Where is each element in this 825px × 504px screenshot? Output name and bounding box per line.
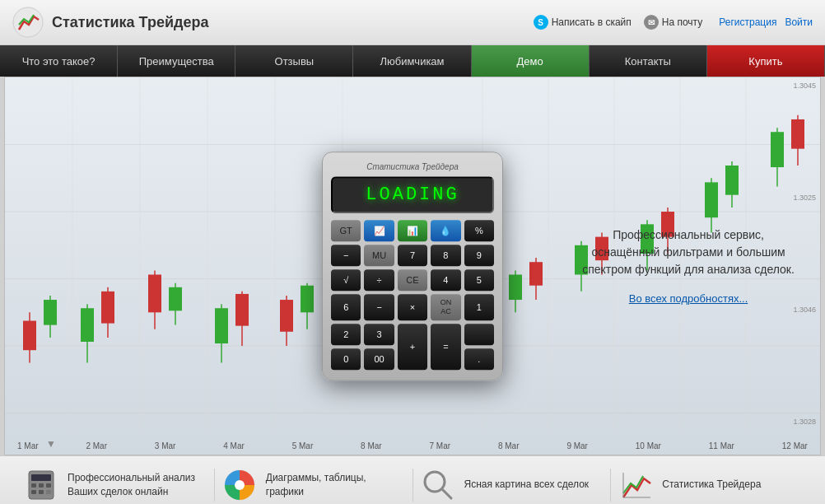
header: Статистика Трейдера S Написать в скайп ✉… xyxy=(0,0,825,45)
y-label-3: 1.3046 xyxy=(793,306,816,314)
date-6: 8 Mar xyxy=(361,441,382,450)
nav-item-favorites[interactable]: Любимчикам xyxy=(353,45,471,77)
calc-btn-multiply[interactable]: × xyxy=(398,294,427,320)
calc-btn-9[interactable]: 9 xyxy=(464,245,494,266)
reg-links: Регистрация Войти xyxy=(719,16,813,28)
register-link[interactable]: Регистрация xyxy=(719,16,776,28)
footer-text-charts: Диаграммы, таблицы, графики xyxy=(266,471,404,499)
mail-link[interactable]: ✉ На почту xyxy=(644,15,702,30)
footer-item-deals: Ясная картина всех сделок xyxy=(413,469,612,502)
footer-text-analysis: Профессиональный анализ Ваших сделок онл… xyxy=(68,471,206,499)
calc-btn-5[interactable]: 5 xyxy=(464,269,494,291)
calc-btn-1[interactable]: 1 xyxy=(464,294,494,320)
calc-btn-4[interactable]: 4 xyxy=(431,269,460,291)
nav-item-advantages[interactable]: Преимущества xyxy=(118,45,235,77)
calc-btn-7[interactable]: 7 xyxy=(398,245,427,266)
nav-item-buy[interactable]: Купить xyxy=(707,45,825,77)
footer-text-stats: Статистика Трейдера xyxy=(662,478,761,492)
calc-btn-equals[interactable]: = xyxy=(431,324,460,370)
calc-btn-chart3[interactable]: 💧 xyxy=(431,220,460,241)
calc-btn-2[interactable]: 2 xyxy=(331,324,361,345)
calc-btn-chart1[interactable]: 📈 xyxy=(364,220,394,241)
nav-item-demo[interactable]: Демо xyxy=(472,45,590,77)
footer: Профессиональный анализ Ваших сделок онл… xyxy=(0,455,825,504)
calc-btn-00[interactable]: 0 xyxy=(331,348,361,370)
svg-rect-63 xyxy=(46,490,51,494)
svg-rect-35 xyxy=(301,286,314,313)
svg-rect-25 xyxy=(148,274,161,312)
svg-rect-31 xyxy=(235,294,249,326)
svg-rect-53 xyxy=(771,132,784,167)
date-3: 3 Mar xyxy=(155,441,176,450)
calc-btn-3[interactable]: 3 xyxy=(364,324,394,345)
skype-link[interactable]: S Написать в скайп xyxy=(534,15,632,30)
date-1: 1 Mar xyxy=(17,441,39,450)
nav-item-reviews[interactable]: Отзывы xyxy=(235,45,353,77)
y-label-2: 1.3025 xyxy=(793,194,816,202)
svg-rect-58 xyxy=(31,483,36,488)
mail-icon: ✉ xyxy=(644,15,659,30)
logo-area: Статистика Трейдера xyxy=(12,7,208,38)
footer-item-analysis: Профессиональный анализ Ваших сделок онл… xyxy=(16,469,215,502)
calc-btn-on-ac[interactable]: ONAC xyxy=(431,294,460,320)
calc-btn-dot[interactable]: . xyxy=(464,348,494,370)
date-4: 4 Mar xyxy=(223,441,245,450)
svg-rect-49 xyxy=(705,182,718,217)
calc-btn-chart2[interactable]: 📊 xyxy=(398,220,427,241)
svg-rect-23 xyxy=(101,292,114,324)
date-10: 10 Mar xyxy=(636,441,661,450)
svg-rect-21 xyxy=(81,308,94,342)
date-5: 5 Mar xyxy=(292,441,314,450)
svg-rect-62 xyxy=(39,490,44,494)
calc-btn-double0[interactable]: 00 xyxy=(364,348,394,370)
date-11: 11 Mar xyxy=(709,441,734,450)
svg-line-67 xyxy=(442,489,451,498)
calc-btn-divide[interactable]: ÷ xyxy=(364,269,394,291)
main-content: 1.3045 1.3025 1.3046 1.3028 1 Mar 2 Mar … xyxy=(4,77,821,455)
svg-rect-19 xyxy=(44,300,57,325)
svg-rect-60 xyxy=(46,483,51,488)
nav-item-what[interactable]: Что это такое? xyxy=(0,45,118,77)
calc-btn-0[interactable] xyxy=(464,324,494,345)
calc-btn-ce[interactable]: CE xyxy=(398,269,427,291)
calc-btn-percent[interactable]: % xyxy=(464,220,494,241)
calc-display: LOADING xyxy=(331,176,494,213)
details-link[interactable]: Во всех подробностях... xyxy=(629,292,748,305)
calculator-icon xyxy=(25,469,58,502)
nav-item-contacts[interactable]: Контакты xyxy=(590,45,707,77)
calc-btn-minus-top[interactable]: − xyxy=(331,245,361,266)
scroll-arrow[interactable]: ▼ xyxy=(46,438,63,455)
svg-point-65 xyxy=(235,480,245,490)
y-label-1: 1.3045 xyxy=(793,82,816,90)
login-link[interactable]: Войти xyxy=(785,16,813,28)
calc-btn-mu[interactable]: MU xyxy=(364,245,394,266)
promo-text: Профессиональный сервис, оснащённый филь… xyxy=(581,226,795,278)
calc-btn-6[interactable]: 6 xyxy=(331,294,361,320)
svg-rect-33 xyxy=(280,300,293,332)
svg-rect-39 xyxy=(529,262,543,286)
svg-rect-27 xyxy=(169,287,182,311)
date-8: 8 Mar xyxy=(498,441,520,450)
skype-icon: S xyxy=(534,15,548,30)
date-2: 2 Mar xyxy=(86,441,107,450)
date-12: 12 Mar xyxy=(782,441,808,450)
contact-links: S Написать в скайп ✉ На почту xyxy=(534,15,703,30)
svg-rect-51 xyxy=(725,166,739,195)
calc-buttons: GT 📈 📊 💧 % − MU 7 8 9 √ ÷ CE 4 5 6 − × O… xyxy=(331,220,494,370)
logo-icon xyxy=(12,7,44,38)
chart-icon xyxy=(223,469,256,502)
calc-btn-minus[interactable]: − xyxy=(364,294,394,320)
date-9: 9 Mar xyxy=(566,441,588,450)
y-axis: 1.3045 1.3025 1.3046 1.3028 xyxy=(793,82,816,426)
y-label-4: 1.3028 xyxy=(793,418,816,426)
calc-btn-plus[interactable]: + xyxy=(398,324,427,370)
calc-btn-gt[interactable]: GT xyxy=(331,220,361,241)
stats-icon xyxy=(619,469,652,502)
svg-rect-57 xyxy=(31,474,51,481)
calc-btn-8[interactable]: 8 xyxy=(431,245,460,266)
calc-brand: Статистика Трейдера xyxy=(331,162,494,171)
footer-item-charts: Диаграммы, таблицы, графики xyxy=(215,469,413,502)
svg-rect-17 xyxy=(23,321,36,351)
svg-rect-59 xyxy=(39,483,44,488)
calc-btn-sqrt[interactable]: √ xyxy=(331,269,361,291)
